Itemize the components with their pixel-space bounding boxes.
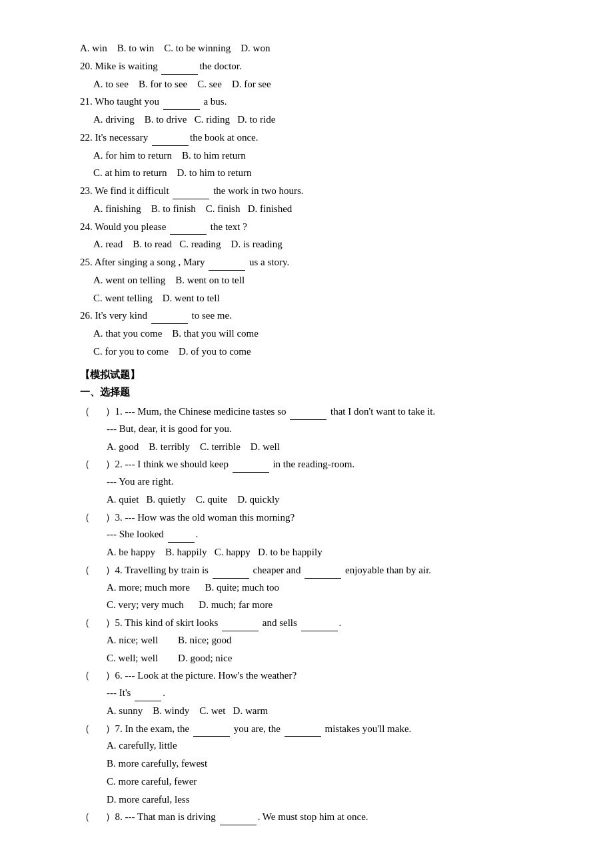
bracket-4: （ ） — [80, 562, 115, 579]
q-mock-8-text: 8. --- That man is driving . We must sto… — [115, 809, 368, 825]
blank-m4a — [213, 569, 249, 579]
q-mock-1: （ ） 1. --- Mum, the Chinese medicine tas… — [80, 403, 533, 420]
q23: 23. We find it difficult the work in two… — [80, 183, 533, 199]
a-mock-1: A. good B. terribly C. terrible D. well — [80, 439, 533, 455]
blank-m7b — [285, 727, 321, 737]
q24: 24. Would you please the text ? — [80, 219, 533, 235]
section-one-title: 一、选择题 — [80, 384, 533, 401]
q-mock-2-sub: --- You are right. — [80, 473, 533, 490]
a-mock-7-1: A. carefully, little — [80, 737, 533, 754]
q-mock-1-sub: --- But, dear, it is good for you. — [80, 421, 533, 437]
bracket-3: （ ） — [80, 509, 115, 526]
a-mock-7-4: D. more careful, less — [80, 791, 533, 808]
q21: 21. Who taught you a bus. — [80, 93, 533, 110]
blank-21 — [163, 101, 200, 110]
blank-22 — [152, 137, 189, 146]
main-content: A. win B. to win C. to be winning D. won… — [80, 40, 533, 825]
q-mock-6-text: 6. --- Look at the picture. How's the we… — [115, 667, 297, 684]
blank-25 — [209, 261, 245, 271]
q-mock-4: （ ） 4. Travelling by train is cheaper an… — [80, 562, 533, 579]
q-mock-8: （ ） 8. --- That man is driving . We must… — [80, 809, 533, 825]
blank-m7a — [193, 727, 230, 737]
a-mock-3: A. be happy B. happily C. happy D. to be… — [80, 544, 533, 561]
a25-1: A. went on telling B. went on to tell — [80, 272, 533, 289]
a-mock-7-2: B. more carefully, fewest — [80, 755, 533, 772]
a23: A. finishing B. to finish C. finish D. f… — [80, 201, 533, 217]
q-mock-3-sub: --- She looked . — [80, 526, 533, 543]
a24: A. read B. to read C. reading D. is read… — [80, 236, 533, 253]
q26: 26. It's very kind to see me. — [80, 307, 533, 324]
blank-m5a — [222, 622, 259, 631]
q22: 22. It's necessary the book at once. — [80, 129, 533, 146]
q-mock-7-text: 7. In the exam, the you are, the mistake… — [115, 721, 412, 737]
a-mock-4-2: C. very; very much D. much; far more — [80, 597, 533, 613]
bracket-5: （ ） — [80, 615, 115, 631]
blank-26 — [151, 315, 188, 324]
blank-m3 — [168, 533, 195, 543]
a-mock-7-3: C. more careful, fewer — [80, 773, 533, 790]
a22-2: C. at him to return D. to him to return — [80, 165, 533, 181]
q-mock-5: （ ） 5. This kind of skirt looks and sell… — [80, 615, 533, 631]
bracket-2: （ ） — [80, 456, 115, 473]
blank-m5b — [301, 622, 338, 631]
blank-m2 — [233, 463, 269, 473]
bracket-7: （ ） — [80, 721, 115, 737]
line-1: A. win B. to win C. to be winning D. won — [80, 40, 533, 57]
mock-header: 【模拟试题】 — [80, 367, 533, 383]
a-mock-6: A. sunny B. windy C. wet D. warm — [80, 703, 533, 719]
q-mock-1-text: 1. --- Mum, the Chinese medicine tastes … — [115, 403, 436, 420]
q25: 25. After singing a song , Mary us a sto… — [80, 254, 533, 271]
q-mock-2: （ ） 2. --- I think we should keep in the… — [80, 456, 533, 473]
a25-2: C. went telling D. went to tell — [80, 290, 533, 307]
a20: A. to see B. for to see C. see D. for se… — [80, 76, 533, 93]
bracket-8: （ ） — [80, 809, 115, 825]
blank-24 — [170, 225, 207, 235]
a26-2: C. for you to come D. of you to come — [80, 343, 533, 360]
a21: A. driving B. to drive C. riding D. to r… — [80, 111, 533, 128]
bracket-1: （ ） — [80, 403, 115, 420]
blank-m6 — [135, 692, 161, 701]
q-mock-3: （ ） 3. --- How was the old woman this mo… — [80, 509, 533, 526]
q-mock-3-text: 3. --- How was the old woman this mornin… — [115, 509, 295, 526]
blank-m4b — [305, 569, 341, 579]
a26-1: A. that you come B. that you will come — [80, 325, 533, 342]
q20: 20. Mike is waiting the doctor. — [80, 58, 533, 75]
a22-1: A. for him to return B. to him return — [80, 147, 533, 164]
a-mock-5-2: C. well; well D. good; nice — [80, 650, 533, 667]
q-mock-7: （ ） 7. In the exam, the you are, the mis… — [80, 721, 533, 737]
a-mock-4-1: A. more; much more B. quite; much too — [80, 579, 533, 596]
bracket-6: （ ） — [80, 667, 115, 684]
q-mock-2-text: 2. --- I think we should keep in the rea… — [115, 456, 355, 473]
a-mock-5-1: A. nice; well B. nice; good — [80, 632, 533, 649]
q-mock-5-text: 5. This kind of skirt looks and sells . — [115, 615, 342, 631]
blank-23 — [173, 190, 209, 199]
a-mock-2: A. quiet B. quietly C. quite D. quickly — [80, 491, 533, 508]
q-mock-6: （ ） 6. --- Look at the picture. How's th… — [80, 667, 533, 684]
blank-m8 — [220, 816, 257, 825]
q-mock-6-sub: --- It's . — [80, 685, 533, 701]
blank-m1 — [290, 411, 326, 420]
blank-20 — [161, 65, 198, 75]
q-mock-4-text: 4. Travelling by train is cheaper and en… — [115, 562, 432, 579]
